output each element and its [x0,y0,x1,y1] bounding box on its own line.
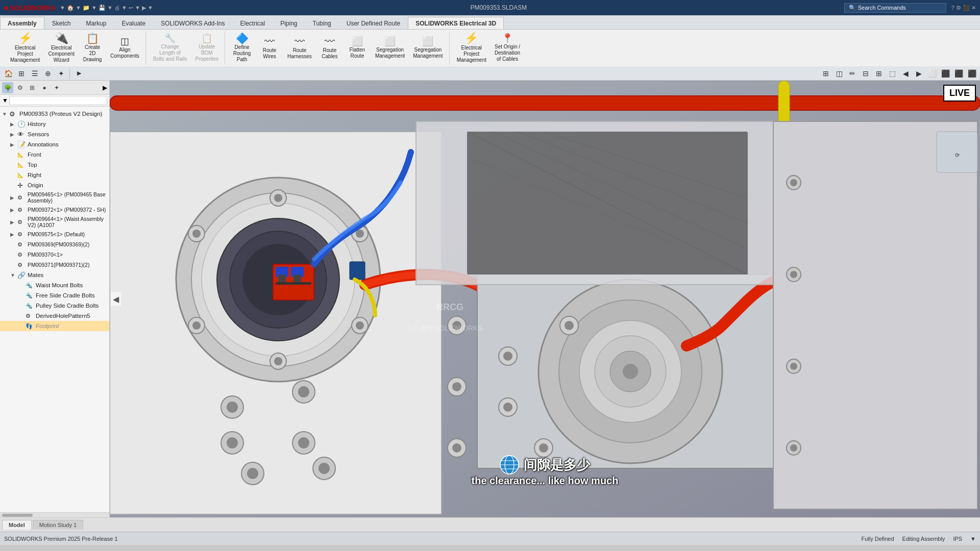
tab-tubing[interactable]: Tubing [305,17,339,29]
tree-item-front[interactable]: 📐 Front [0,149,109,160]
bottom-tabs: Model Motion Study 1 [0,517,980,532]
panel-btn-config[interactable]: ⊞ [27,82,38,93]
help-icons[interactable]: ? ⚙ ⬛ ✕ [951,5,976,11]
icon-view-2[interactable]: ◫ [833,67,845,80]
tree-item-pulley-side-bolts[interactable]: 🔩 Pulley Side Cradle Bolts [0,300,109,311]
tab-markup[interactable]: Markup [78,17,114,29]
btn-segregation-mgmt-1[interactable]: ⬜ SegregationManagement [372,32,408,64]
svg-point-13 [274,194,282,202]
sec-btn-grid[interactable]: ⊞ [15,67,28,80]
tree-item-waist-mount-bolts[interactable]: 🔩 Waist Mount Bolts [0,280,109,290]
tab-motion-study[interactable]: Motion Study 1 [33,520,83,530]
btn-change-length[interactable]: 🔧 ChangeLength ofBolts and Rails [150,32,190,64]
title-bar: ■ SOLIDWORKS ▼ 🏠 ▼ 📁 ▼ 💾 ▼ 🖨 ▼ ↩ ▼ ▶ ▼ P… [0,0,980,15]
tab-addins[interactable]: SOLIDWORKS Add-Ins [153,17,232,29]
left-scroll-bar[interactable] [2,514,33,517]
menu-icons[interactable]: ▼ 🏠 ▼ 📁 ▼ 💾 ▼ 🖨 ▼ ↩ ▼ ▶ ▼ [60,5,153,11]
svg-point-73 [227,437,238,448]
btn-set-origin-destination[interactable]: 📍 Set Origin /Destinationof Cables [492,32,523,64]
btn-align-components[interactable]: ◫ AlignComponents [107,32,142,64]
units-expand[interactable]: ▼ [970,536,976,542]
tab-assembly[interactable]: Assembly [0,17,44,29]
svg-point-42 [503,403,512,412]
align-icon: ◫ [120,37,129,46]
icon-view-10[interactable]: ⬛ [939,67,951,80]
svg-text:人人都学SOLIDWORKS: 人人都学SOLIDWORKS [406,324,483,332]
sec-btn-star[interactable]: ✦ [55,67,67,80]
tree-item-pm009664[interactable]: ▶ ⚙ PM009664<1> (Waist Assembly V2) (A10… [0,215,109,229]
tree-item-pm009372[interactable]: ▶ ⚙ PM009372<1> (PM009372 - SH) [0,205,109,215]
panel-collapse-arrow[interactable]: ◀ [111,292,121,306]
tree-item-annotations[interactable]: ▶ 📝 Annotations [0,139,109,149]
icon-view-9[interactable]: ⬜ [926,67,938,80]
svg-point-69 [227,402,238,413]
tab-evaluate[interactable]: Evaluate [114,17,153,29]
svg-point-19 [274,357,282,365]
segregation-1-icon: ⬜ [384,37,396,46]
panel-btn-appearance[interactable]: ● [39,82,50,93]
sec-btn-home[interactable]: 🏠 [2,67,14,80]
svg-point-50 [452,443,461,453]
icon-view-8[interactable]: ▶ [913,67,925,80]
sec-btn-list[interactable]: ☰ [29,67,41,80]
panel-btn-property[interactable]: ⚙ [14,82,26,93]
tab-sketch[interactable]: Sketch [44,17,79,29]
icon-view-4[interactable]: ⊟ [860,67,872,80]
svg-point-23 [192,230,201,238]
tree-item-mates[interactable]: ▼ 🔗 Mates [0,270,109,280]
btn-route-wires[interactable]: 〰 RouteWires [257,32,282,64]
icon-view-12[interactable]: ⬛ [966,67,978,80]
icon-view-11[interactable]: ⬛ [952,67,965,80]
btn-update-bom[interactable]: 📋 UpdateBOMProperties [192,32,222,64]
btn-electrical-component-wizard[interactable]: 🔌 ElectricalComponentWizard [45,32,78,64]
tree-item-pm009575[interactable]: ▶ ⚙ PM009575<1> (Default) [0,229,109,239]
tree-item-derived-hole-pattern[interactable]: ⚙ DerivedHolePattern5 [0,311,109,321]
tab-model[interactable]: Model [2,520,32,530]
origin-dest-icon: 📍 [502,34,513,43]
panel-expand-btn[interactable]: ▶ [103,84,107,91]
tree-item-origin[interactable]: ✛ Origin [0,180,109,190]
tree-item-right[interactable]: 📐 Right [0,170,109,180]
tree-item-history[interactable]: ▶ 🕐 History [0,119,109,129]
tab-piping[interactable]: Piping [273,17,305,29]
icon-view-5[interactable]: ⊞ [873,67,885,80]
btn-route-harnesses[interactable]: 〰 RouteHarnesses [284,32,315,64]
tree-item-free-side-bolts[interactable]: 🔩 Free Side Cradle Bolts [0,290,109,300]
units-label: IPS [953,536,962,542]
tab-electrical[interactable]: Electrical [232,17,273,29]
icon-view-6[interactable]: ⬚ [886,67,898,80]
btn-segregation-mgmt-2[interactable]: ⬜ SegregationManagement [410,32,446,64]
tab-user-route[interactable]: User Defined Route [339,17,408,29]
btn-electrical-project-mgmt[interactable]: ⚡ ElectricalProjectManagement [7,32,43,64]
group-bolt-bom: 🔧 ChangeLength ofBolts and Rails 📋 Updat… [147,32,225,64]
icon-view-7[interactable]: ◀ [899,67,912,80]
elec-project-icon: ⚡ [464,33,478,44]
sec-btn-expand[interactable]: ▶ [73,67,85,80]
btn-electrical-project-mgmt-2[interactable]: ⚡ ElectricalProjectManagement [454,32,489,64]
sec-btn-circle[interactable]: ⊕ [42,67,54,80]
left-scroll[interactable] [0,512,109,517]
tree-item-pm009465[interactable]: ▶ ⚙ PM009465<1> (PM009465 Base Assembly) [0,190,109,205]
btn-route-cables[interactable]: 〰 RouteCables [317,32,342,64]
tree-item-top[interactable]: 📐 Top [0,160,109,170]
btn-create-2d-drawing[interactable]: 📋 Create2DDrawing [80,32,105,64]
panel-btn-feature-tree[interactable]: 🌳 [2,82,13,93]
icon-view-3[interactable]: ✏ [846,67,859,80]
title-right-area: 🔍 Search Commands ? ⚙ ⬛ ✕ [844,3,976,13]
routing-path-icon: 🔷 [236,33,249,43]
tree-item-pm009371[interactable]: ⚙ PM009371(PM009371)(2) [0,260,109,270]
btn-flatten-route[interactable]: ⬜ FlattenRoute [345,32,370,64]
search-box[interactable]: 🔍 Search Commands [844,3,946,13]
btn-define-routing-path[interactable]: 🔷 DefineRoutingPath [229,32,255,64]
filter-search[interactable] [9,96,107,105]
tab-electrical-3d[interactable]: SOLIDWORKS Electrical 3D [408,17,504,29]
tree-item-sensors[interactable]: ▶ 👁 Sensors [0,129,109,139]
tree-item-pm009370[interactable]: ⚙ PM009370<1> [0,249,109,260]
tree-root[interactable]: ▼ ⚙ PM009353 (Proteus V2 Design) [0,109,109,119]
tree-item-footprint[interactable]: 👣 Footprint [0,321,109,331]
icon-view-1[interactable]: ⊞ [820,67,832,80]
component-wizard-icon: 🔌 [55,33,68,44]
panel-btn-custom[interactable]: ✦ [51,82,62,93]
tree-item-pm009369[interactable]: ⚙ PM009369(PM009369)(2) [0,239,109,249]
group-electrical-mgmt: ⚡ ElectricalProjectManagement 🔌 Electric… [4,32,146,64]
